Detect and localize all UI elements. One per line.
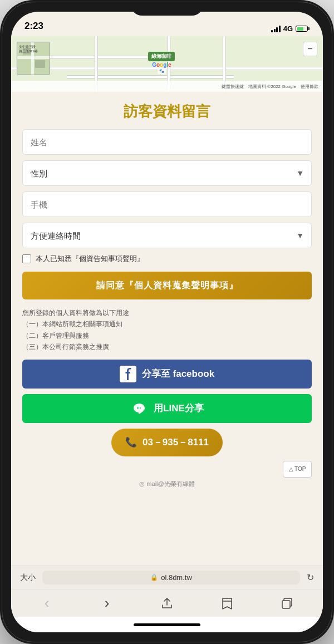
- font-size-label[interactable]: 大小: [20, 573, 36, 583]
- home-indicator: [134, 623, 200, 626]
- browser-tabs-button[interactable]: [275, 591, 299, 616]
- map-zoom-out-button[interactable]: −: [303, 42, 317, 56]
- notch: [131, 0, 203, 16]
- privacy-checkbox-row: 本人已知悉『個資告知事項聲明』: [22, 254, 312, 264]
- map-area[interactable]: 女中路三段 路三段329巷 綠海咖啡 Google 🐾 −: [11, 36, 323, 92]
- battery-icon: [296, 26, 310, 32]
- gender-select-wrapper: 性別 男 女 ▼: [22, 160, 312, 186]
- email-hint: ◎ mail@光榮有緣體: [22, 480, 312, 488]
- privacy-notice: 您所登錄的個人資料將做為以下用途 （一）本網站所載之相關事項通知 （二）客戶管理…: [22, 307, 312, 353]
- browser-share-button[interactable]: [155, 591, 179, 616]
- privacy-line-1: 您所登錄的個人資料將做為以下用途: [22, 307, 312, 318]
- phone-input[interactable]: [22, 191, 312, 217]
- signal-bars: [271, 26, 281, 32]
- lock-icon: 🔒: [150, 574, 158, 581]
- phone-icon: 📞: [125, 436, 137, 448]
- facebook-share-button[interactable]: 分享至 facebook: [22, 360, 312, 389]
- privacy-checkbox[interactable]: [22, 254, 31, 263]
- page-title: 訪客資料留言: [22, 92, 312, 129]
- phone-frame: 2:23 4G: [0, 0, 334, 644]
- bottom-area: 大小 🔒 ol.8dm.tw ↻ ‹ ›: [11, 566, 323, 632]
- privacy-line-2: （一）本網站所載之相關事項通知: [22, 318, 312, 330]
- phone-screen: 2:23 4G: [11, 12, 323, 632]
- home-indicator-area: [11, 617, 323, 632]
- svg-rect-4: [35, 60, 45, 68]
- phone-call-button[interactable]: 📞 03－935－8111: [111, 429, 223, 456]
- contact-time-select[interactable]: 方便連絡時間 早上 9:00-12:00 下午 13:00-18:00 晚上 1…: [22, 223, 312, 248]
- line-icon: [130, 400, 148, 417]
- map-place-label: 綠海咖啡 Google 🐾: [148, 52, 175, 74]
- address-bar: 大小 🔒 ol.8dm.tw ↻: [11, 566, 323, 589]
- facebook-icon: [120, 366, 136, 382]
- privacy-line-3: （二）客戶管理與服務: [22, 330, 312, 341]
- browser-nav: ‹ ›: [11, 589, 323, 617]
- svg-rect-7: [282, 601, 290, 608]
- url-text: ol.8dm.tw: [161, 573, 192, 582]
- browser-bookmarks-button[interactable]: [215, 591, 239, 616]
- url-bar[interactable]: 🔒 ol.8dm.tw: [42, 571, 300, 584]
- privacy-line-4: （三）本公司行銷業務之推廣: [22, 341, 312, 352]
- status-time: 2:23: [24, 21, 43, 33]
- consent-button[interactable]: 請同意『個人資料蒐集聲明事項』: [22, 272, 312, 299]
- browser-forward-button[interactable]: ›: [95, 591, 119, 616]
- status-icons: 4G: [271, 24, 310, 33]
- map-thumbnail: 女中路三段 路三段329巷: [17, 42, 50, 75]
- main-content: 訪客資料留言 性別 男 女 ▼ 方便連絡時間 早上 9:00-12:00 下: [11, 92, 323, 566]
- facebook-btn-label: 分享至 facebook: [142, 367, 214, 380]
- privacy-checkbox-label: 本人已知悉『個資告知事項聲明』: [36, 254, 144, 264]
- reload-button[interactable]: ↻: [307, 572, 314, 583]
- gender-select[interactable]: 性別 男 女: [22, 160, 312, 186]
- name-input[interactable]: [22, 129, 312, 155]
- line-btn-label: 用LINE分享: [154, 402, 204, 415]
- line-share-button[interactable]: 用LINE分享: [22, 394, 312, 423]
- signal-type: 4G: [283, 24, 293, 33]
- phone-number: 03－935－8111: [143, 436, 209, 449]
- browser-back-button[interactable]: ‹: [35, 591, 59, 616]
- contact-time-wrapper: 方便連絡時間 早上 9:00-12:00 下午 13:00-18:00 晚上 1…: [22, 223, 312, 248]
- map-bottom-bar: 鍵盤快速鍵 地圖資料 ©2022 Google 使用條款: [11, 81, 323, 92]
- back-to-top-button[interactable]: △ TOP: [283, 461, 312, 478]
